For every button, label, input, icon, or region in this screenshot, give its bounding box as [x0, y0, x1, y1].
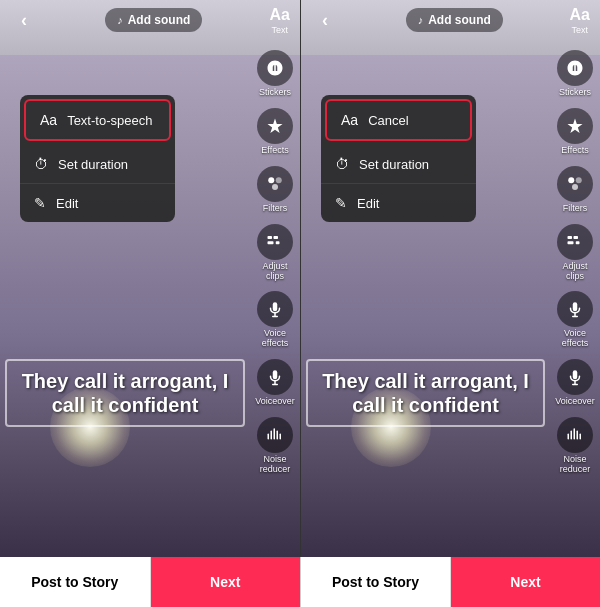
svg-rect-11 [274, 428, 276, 439]
text-overlay-left: They call it arrogant, I call it confide… [5, 359, 245, 427]
aa-icon-left: Aa [270, 6, 290, 24]
effects-icon-left [257, 108, 293, 144]
voice-effects-icon-right [557, 291, 593, 327]
tts-icon: Aa [40, 112, 57, 128]
voiceover-icon-left [257, 359, 293, 395]
sidebar-voice-effects-left[interactable]: Voice effects [255, 291, 295, 349]
post-story-button-right[interactable]: Post to Story [301, 557, 451, 607]
svg-rect-8 [276, 241, 280, 244]
post-story-button-left[interactable]: Post to Story [0, 557, 151, 607]
svg-point-14 [571, 64, 573, 66]
svg-rect-25 [574, 428, 576, 439]
voiceover-label-right: Voiceover [555, 397, 595, 407]
add-sound-label-right: Add sound [428, 13, 491, 27]
svg-rect-20 [574, 236, 579, 239]
aa-text-button-right[interactable]: Aa Text [570, 6, 590, 35]
duration-icon-right: ⏱ [335, 156, 349, 172]
effects-icon-right [557, 108, 593, 144]
svg-point-16 [568, 177, 574, 183]
stickers-icon-right [557, 50, 593, 86]
tts-label: Text-to-speech [67, 113, 152, 128]
context-menu-left: Aa Text-to-speech ⏱ Set duration ✎ Edit [20, 95, 175, 222]
add-sound-button-right[interactable]: ♪ Add sound [406, 8, 503, 32]
svg-point-18 [572, 184, 578, 190]
filters-label-right: Filters [563, 204, 588, 214]
edit-label-left: Edit [56, 196, 78, 211]
noise-reducer-icon-right [557, 417, 593, 453]
filters-icon-right [557, 166, 593, 202]
sidebar-voice-effects-right[interactable]: Voice effects [555, 291, 595, 349]
svg-rect-22 [576, 241, 580, 244]
next-button-left[interactable]: Next [151, 557, 301, 607]
add-sound-label-left: Add sound [128, 13, 191, 27]
edit-icon-right: ✎ [335, 195, 347, 211]
svg-point-1 [277, 64, 279, 66]
sidebar-filters-left[interactable]: Filters [257, 166, 293, 214]
context-menu-right: Aa Cancel ⏱ Set duration ✎ Edit [321, 95, 476, 222]
sidebar-stickers-left[interactable]: Stickers [257, 50, 293, 98]
sidebar-adjust-clips-left[interactable]: Adjust clips [255, 224, 295, 282]
voiceover-label-left: Voiceover [255, 397, 295, 407]
cancel-highlight-right: Aa Cancel [325, 99, 472, 141]
adjust-clips-label-right: Adjust clips [555, 262, 595, 282]
effects-label-right: Effects [561, 146, 588, 156]
sidebar-stickers-right[interactable]: Stickers [557, 50, 593, 98]
bottom-bar: Post to Story Next Post to Story Next [0, 557, 600, 607]
svg-rect-19 [568, 236, 573, 239]
panel-left: ‹ ♪ Add sound Aa Text Aa Text-to-speech … [0, 0, 300, 557]
sidebar-effects-left[interactable]: Effects [257, 108, 293, 156]
music-icon-right: ♪ [418, 14, 424, 26]
next-button-right[interactable]: Next [451, 557, 600, 607]
voice-effects-label-right: Voice effects [555, 329, 595, 349]
svg-rect-26 [577, 431, 579, 440]
top-bar-left: ‹ ♪ Add sound Aa Text [0, 0, 300, 40]
aa-text-button-left[interactable]: Aa Text [270, 6, 290, 35]
sidebar-effects-right[interactable]: Effects [557, 108, 593, 156]
right-sidebar-right: Stickers Effects Filters Adjust clips [555, 50, 595, 475]
bottom-section-left: Post to Story Next [0, 557, 300, 607]
add-sound-button-left[interactable]: ♪ Add sound [105, 8, 202, 32]
sidebar-voiceover-left[interactable]: Voiceover [255, 359, 295, 407]
svg-rect-12 [277, 431, 279, 440]
sidebar-adjust-clips-right[interactable]: Adjust clips [555, 224, 595, 282]
overlay-text-right: They call it arrogant, I call it confide… [322, 370, 529, 416]
menu-item-tts[interactable]: Aa Text-to-speech [26, 101, 169, 139]
menu-item-cancel[interactable]: Aa Cancel [327, 101, 470, 139]
svg-point-3 [276, 177, 282, 183]
menu-item-edit-left[interactable]: ✎ Edit [20, 184, 175, 222]
text-overlay-right: They call it arrogant, I call it confide… [306, 359, 545, 427]
voice-effects-icon-left [257, 291, 293, 327]
svg-rect-7 [268, 241, 274, 244]
edit-icon-left: ✎ [34, 195, 46, 211]
voiceover-icon-right [557, 359, 593, 395]
menu-item-set-duration-left[interactable]: ⏱ Set duration [20, 145, 175, 184]
adjust-clips-label-left: Adjust clips [255, 262, 295, 282]
music-icon-left: ♪ [117, 14, 123, 26]
svg-point-2 [268, 177, 274, 183]
svg-rect-13 [280, 434, 282, 440]
svg-rect-23 [568, 434, 570, 440]
sidebar-filters-right[interactable]: Filters [557, 166, 593, 214]
back-button-left[interactable]: ‹ [10, 6, 38, 34]
panels-container: ‹ ♪ Add sound Aa Text Aa Text-to-speech … [0, 0, 600, 557]
menu-item-edit-right[interactable]: ✎ Edit [321, 184, 476, 222]
svg-point-0 [271, 64, 273, 66]
svg-rect-9 [268, 434, 270, 440]
filters-label-left: Filters [263, 204, 288, 214]
svg-point-15 [577, 64, 579, 66]
tts-highlight-left: Aa Text-to-speech [24, 99, 171, 141]
aa-icon-right: Aa [570, 6, 590, 24]
overlay-text-left: They call it arrogant, I call it confide… [22, 370, 229, 416]
cancel-label: Cancel [368, 113, 408, 128]
voice-effects-label-left: Voice effects [255, 329, 295, 349]
svg-rect-5 [268, 236, 273, 239]
back-button-right[interactable]: ‹ [311, 6, 339, 34]
effects-label-left: Effects [261, 146, 288, 156]
top-bar-right: ‹ ♪ Add sound Aa Text [301, 0, 600, 40]
sidebar-voiceover-right[interactable]: Voiceover [555, 359, 595, 407]
sidebar-noise-reducer-left[interactable]: Noise reducer [255, 417, 295, 475]
menu-item-set-duration-right[interactable]: ⏱ Set duration [321, 145, 476, 184]
svg-point-4 [272, 184, 278, 190]
sidebar-noise-reducer-right[interactable]: Noise reducer [555, 417, 595, 475]
svg-rect-24 [571, 431, 573, 440]
